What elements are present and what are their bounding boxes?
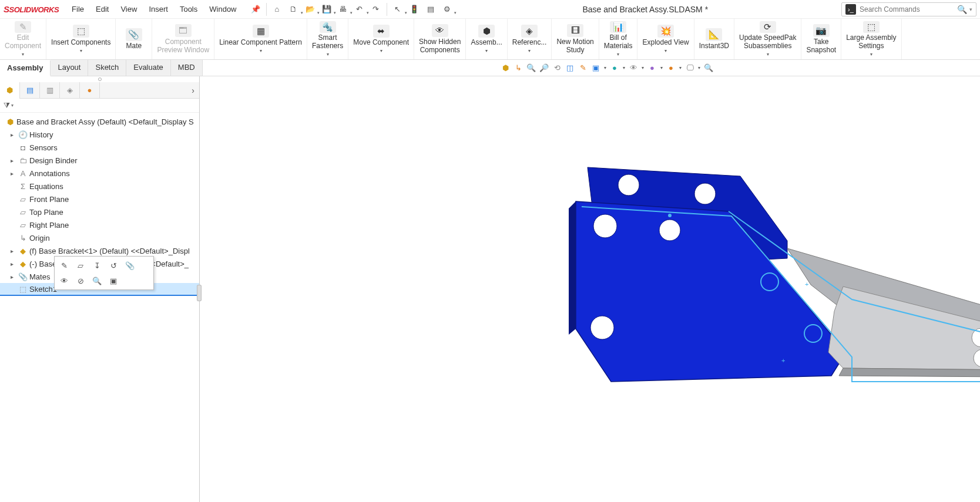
task-pane-handle[interactable] bbox=[197, 285, 202, 301]
render-icon[interactable]: 🔍 bbox=[703, 62, 714, 74]
search-dropdown-icon[interactable]: ▾ bbox=[969, 6, 972, 12]
save-icon[interactable]: 💾▾ bbox=[320, 2, 334, 16]
menu-insert[interactable]: Insert bbox=[143, 2, 174, 16]
graphics-viewport[interactable]: + + bbox=[200, 76, 980, 502]
print-icon[interactable]: 🖶▾ bbox=[336, 2, 350, 16]
tree-item-top-plane[interactable]: ▱Top Plane bbox=[0, 205, 199, 218]
exploded-view-button[interactable]: 💥Exploded View▾ bbox=[637, 19, 694, 59]
equations-icon: Σ bbox=[18, 182, 28, 191]
large-assembly-button[interactable]: ⬚Large AssemblySettings▾ bbox=[841, 19, 901, 59]
traffic-icon[interactable]: 🚦 bbox=[407, 2, 421, 16]
chevron-down-icon[interactable]: ▾ bbox=[603, 62, 608, 74]
tab-mbd[interactable]: MBD bbox=[171, 60, 203, 76]
tree-item-annotations[interactable]: ▸AAnnotations bbox=[0, 167, 199, 180]
expand-icon[interactable]: ▸ bbox=[11, 132, 18, 138]
view-orient-icon[interactable]: ⬢ bbox=[499, 62, 511, 74]
tree-item-part1[interactable]: ▸◆(f) Base Bracket<1> (Default) <<Defaul… bbox=[0, 244, 199, 257]
dimxpert-icon[interactable]: ◈ bbox=[60, 82, 80, 99]
isolate-icon[interactable]: ▣ bbox=[106, 274, 121, 288]
hide-show-icon[interactable]: ● bbox=[609, 62, 620, 74]
tree-root[interactable]: ⬢ Base and Bracket Assy (Default) <Defau… bbox=[0, 115, 199, 128]
tree-item-origin[interactable]: ↳Origin bbox=[0, 231, 199, 244]
tree-item-equations[interactable]: ΣEquations bbox=[0, 180, 199, 193]
pin-icon[interactable]: 📌 bbox=[249, 2, 263, 16]
hide-icon[interactable]: 👁 bbox=[56, 274, 72, 288]
settings-icon[interactable]: ⚙▾ bbox=[440, 2, 454, 16]
search-input[interactable] bbox=[860, 5, 957, 14]
triad-icon[interactable]: ↳ bbox=[512, 62, 524, 74]
chevron-down-icon[interactable]: ▾ bbox=[678, 62, 683, 74]
tab-layout[interactable]: Layout bbox=[51, 60, 88, 76]
zoom-area-icon[interactable]: 🔎 bbox=[538, 62, 550, 74]
tree-item-front-plane[interactable]: ▱Front Plane bbox=[0, 193, 199, 205]
smart-fasteners-button[interactable]: 🔩SmartFasteners▾ bbox=[307, 19, 348, 59]
expand-icon[interactable]: ▸ bbox=[11, 157, 18, 164]
move-component-button[interactable]: ⬌Move Component▾ bbox=[348, 19, 414, 59]
redo-icon[interactable]: ↷ bbox=[369, 2, 383, 16]
tab-assembly[interactable]: Assembly bbox=[0, 60, 51, 76]
feature-manager-icon[interactable]: ⬢ bbox=[0, 82, 20, 99]
tree-item-design-binder[interactable]: ▸🗀Design Binder bbox=[0, 154, 199, 167]
expand-icon[interactable]: ▸ bbox=[11, 261, 18, 267]
property-manager-icon[interactable]: ▤ bbox=[20, 82, 40, 99]
chevron-down-icon[interactable]: ▾ bbox=[622, 62, 626, 74]
insert-components-button[interactable]: ⬚Insert Components▾ bbox=[46, 19, 116, 59]
tree-item-right-plane[interactable]: ▱Right Plane bbox=[0, 218, 199, 231]
menu-edit[interactable]: Edit bbox=[90, 2, 115, 16]
expand-icon[interactable]: ▸ bbox=[11, 274, 18, 280]
config-manager-icon[interactable]: ▥ bbox=[40, 82, 60, 99]
normal-to-icon[interactable]: ↧ bbox=[89, 258, 105, 272]
expand-icon[interactable]: ▸ bbox=[11, 248, 18, 254]
edit-sketch-plane-icon[interactable]: ▱ bbox=[73, 258, 88, 272]
tree-item-sensors[interactable]: ◘Sensors bbox=[0, 141, 199, 154]
show-hidden-button[interactable]: 👁Show HiddenComponents bbox=[414, 19, 466, 59]
display-style-icon[interactable]: ▣ bbox=[590, 62, 602, 74]
chevron-down-icon[interactable]: ▾ bbox=[640, 62, 645, 74]
rollbar-icon[interactable]: ↺ bbox=[106, 258, 121, 272]
attach-icon[interactable]: 📎 bbox=[122, 258, 137, 272]
tab-evaluate[interactable]: Evaluate bbox=[126, 60, 171, 76]
zoom-fit-icon[interactable]: 🔍 bbox=[525, 62, 537, 74]
panel-expand-icon[interactable]: › bbox=[187, 86, 199, 95]
menu-window[interactable]: Window bbox=[203, 2, 242, 16]
search-icon[interactable]: 🔍 bbox=[957, 5, 967, 14]
tree-item-history[interactable]: ▸🕘History bbox=[0, 128, 199, 141]
options-page-icon[interactable]: ▤ bbox=[424, 2, 438, 16]
open-icon[interactable]: 📂▾ bbox=[303, 2, 317, 16]
edit-sketch-icon[interactable]: ✎ bbox=[56, 258, 72, 272]
section-icon[interactable]: ◫ bbox=[564, 62, 576, 74]
display-manager-icon[interactable]: ● bbox=[80, 82, 100, 99]
search-commands[interactable]: ›_ 🔍 ▾ bbox=[841, 2, 976, 16]
mate-button[interactable]: 📎Mate bbox=[116, 19, 152, 59]
menu-file[interactable]: File bbox=[66, 2, 90, 16]
edit-appearance-icon[interactable]: ● bbox=[646, 62, 658, 74]
undo-icon[interactable]: ↶▾ bbox=[353, 2, 367, 16]
tree-filter[interactable]: ⧩ ▾ bbox=[0, 99, 199, 113]
assembly-features-button[interactable]: ⬢Assemb...▾ bbox=[466, 19, 507, 59]
eye-icon[interactable]: 👁 bbox=[627, 62, 639, 74]
chevron-down-icon[interactable]: ▾ bbox=[697, 62, 702, 74]
new-motion-button[interactable]: 🎞New MotionStudy bbox=[552, 19, 599, 59]
select-icon[interactable]: ↖▾ bbox=[391, 2, 405, 16]
prev-view-icon[interactable]: ⟲ bbox=[551, 62, 563, 74]
suppress-icon[interactable]: ⊘ bbox=[73, 274, 88, 288]
menu-tools[interactable]: Tools bbox=[174, 2, 203, 16]
tab-sketch[interactable]: Sketch bbox=[88, 60, 126, 76]
home-icon[interactable]: ⌂ bbox=[270, 2, 284, 16]
view-settings-icon[interactable]: 🖵 bbox=[684, 62, 696, 74]
apply-scene-icon[interactable]: ● bbox=[665, 62, 677, 74]
svg-point-16 bbox=[668, 214, 672, 217]
snapshot-button[interactable]: 📷TakeSnapshot bbox=[801, 19, 841, 59]
bom-button[interactable]: 📊Bill ofMaterials▾ bbox=[599, 19, 638, 59]
expand-icon[interactable]: ▸ bbox=[11, 170, 18, 177]
instant3d-button[interactable]: 📐Instant3D bbox=[694, 19, 734, 59]
menu-view[interactable]: View bbox=[115, 2, 143, 16]
reference-geom-button[interactable]: ◈Referenc...▾ bbox=[508, 19, 552, 59]
linear-pattern-button[interactable]: ▦Linear Component Pattern▾ bbox=[214, 19, 307, 59]
zoom-to-icon[interactable]: 🔍 bbox=[89, 274, 105, 288]
chevron-down-icon[interactable]: ▾ bbox=[659, 62, 664, 74]
new-icon[interactable]: 🗋▾ bbox=[287, 2, 301, 16]
dynamic-icon[interactable]: ✎ bbox=[577, 62, 589, 74]
panel-pin-icon[interactable] bbox=[98, 78, 102, 81]
speedpak-button[interactable]: ⟳Update SpeedPakSubassemblies▾ bbox=[734, 19, 801, 59]
